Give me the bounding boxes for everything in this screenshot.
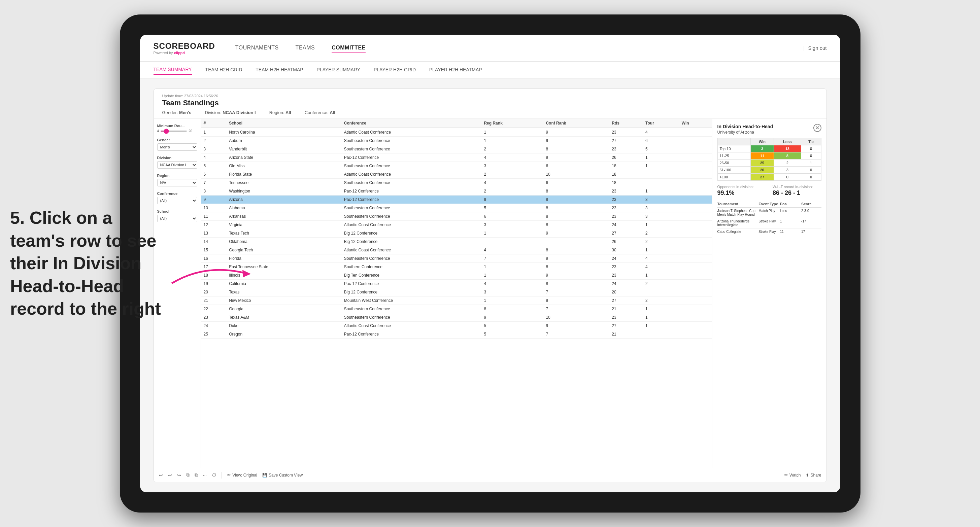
copy-button[interactable]: ⧉ xyxy=(186,472,189,478)
redo-button[interactable]: ↪ xyxy=(177,473,181,478)
cell-reg-rank: 6 xyxy=(481,212,543,221)
h2h-close-button[interactable]: ✕ xyxy=(813,124,821,132)
gender-filter: Gender Men's Women's xyxy=(157,138,197,151)
watch-button[interactable]: 👁 Watch xyxy=(784,473,801,478)
table-row[interactable]: 25 Oregon Pac-12 Conference 5 7 21 xyxy=(201,330,712,338)
table-row[interactable]: 23 Texas A&M Southeastern Conference 9 1… xyxy=(201,313,712,322)
cell-conf-rank: 10 xyxy=(543,170,609,179)
gender-select[interactable]: Men's Women's xyxy=(157,143,197,151)
table-row[interactable]: 12 Virginia Atlantic Coast Conference 3 … xyxy=(201,221,712,229)
cell-rds: 23 xyxy=(609,187,643,195)
conference-select[interactable]: (All) xyxy=(157,197,197,204)
table-row[interactable]: 6 Florida State Atlantic Coast Conferenc… xyxy=(201,170,712,179)
cell-conf-rank: 9 xyxy=(543,254,609,263)
cell-conf-rank: 8 xyxy=(543,279,609,288)
undo-button[interactable]: ↩ xyxy=(159,473,163,478)
cell-win xyxy=(679,145,712,154)
cell-conference: Atlantic Coast Conference xyxy=(341,170,481,179)
table-row[interactable]: 10 Alabama Southeastern Conference 5 8 2… xyxy=(201,204,712,212)
h2h-table-body: Top 10 3 13 0 11-25 11 8 0 26-50 25 2 1 … xyxy=(718,145,821,181)
table-row[interactable]: 1 North Carolina Atlantic Coast Conferen… xyxy=(201,128,712,137)
table-row[interactable]: 11 Arkansas Southeastern Conference 6 8 … xyxy=(201,212,712,221)
table-row[interactable]: 15 Georgia Tech Atlantic Coast Conferenc… xyxy=(201,246,712,254)
cell-tour: 1 xyxy=(643,271,679,279)
sub-nav-team-summary[interactable]: TEAM SUMMARY xyxy=(154,65,192,75)
table-row[interactable]: 3 Vanderbilt Southeastern Conference 2 8… xyxy=(201,145,712,154)
undo2-button[interactable]: ↩ xyxy=(168,473,172,478)
cell-reg-rank: 2 xyxy=(481,170,543,179)
col-tour: Tour xyxy=(643,119,679,128)
table-row[interactable]: 22 Georgia Southeastern Conference 8 7 2… xyxy=(201,305,712,313)
cell-school: Texas A&M xyxy=(226,313,341,322)
table-row[interactable]: 24 Duke Atlantic Coast Conference 5 9 27… xyxy=(201,322,712,330)
cell-tour: 1 xyxy=(643,187,679,195)
cell-rds: 23 xyxy=(609,263,643,271)
table-row[interactable]: 13 Texas Tech Big 12 Conference 1 9 27 2 xyxy=(201,229,712,238)
share-button[interactable]: ⬆ Share xyxy=(806,473,821,478)
cell-rds: 24 xyxy=(609,221,643,229)
min-rounds-filter: Minimum Rou... 4 20 xyxy=(157,124,197,133)
cell-conference: Southern Conference xyxy=(341,263,481,271)
table-row[interactable]: 2 Auburn Southeastern Conference 1 9 27 … xyxy=(201,137,712,145)
cell-win xyxy=(679,187,712,195)
table-row[interactable]: 18 Illinois Big Ten Conference 1 9 23 1 xyxy=(201,271,712,279)
cell-school: Alabama xyxy=(226,204,341,212)
view-original-button[interactable]: 👁 View: Original xyxy=(227,473,257,478)
cell-num: 11 xyxy=(201,212,227,221)
region-select[interactable]: N/A xyxy=(157,179,197,186)
table-row[interactable]: 17 East Tennessee State Southern Confere… xyxy=(201,263,712,271)
table-row[interactable]: 19 California Pac-12 Conference 4 8 24 2 xyxy=(201,279,712,288)
tourney-type: Stroke Play xyxy=(759,219,778,227)
table-row[interactable]: 5 Ole Miss Southeastern Conference 3 6 1… xyxy=(201,162,712,170)
sub-nav-player-h2h-grid[interactable]: PLAYER H2H GRID xyxy=(374,65,416,74)
nav-committee[interactable]: COMMITTEE xyxy=(332,43,366,53)
h2h-row: 11-25 11 8 0 xyxy=(718,152,821,160)
cell-win xyxy=(679,271,712,279)
cell-win xyxy=(679,195,712,204)
sub-nav-player-h2h-heatmap[interactable]: PLAYER H2H HEATMAP xyxy=(429,65,482,74)
h2h-tie: 1 xyxy=(801,160,821,167)
cell-tour: 4 xyxy=(643,254,679,263)
table-header: # School Conference Reg Rank Conf Rank R… xyxy=(201,119,712,128)
sub-nav-team-h2h-grid[interactable]: TEAM H2H GRID xyxy=(205,65,242,74)
h2h-tie: 0 xyxy=(801,167,821,174)
table-row[interactable]: 20 Texas Big 12 Conference 3 7 20 xyxy=(201,288,712,297)
h2h-win: 27 xyxy=(751,174,774,181)
cell-reg-rank: 1 xyxy=(481,297,543,305)
filter-row: Gender: Men's Division: NCAA Division I … xyxy=(162,110,818,115)
tournament-row: Cabo Collegiate Stroke Play 11 17 xyxy=(718,229,821,235)
table-row[interactable]: 16 Florida Southeastern Conference 7 9 2… xyxy=(201,254,712,263)
sign-out-button[interactable]: Sign out xyxy=(808,45,826,51)
cell-rds: 23 xyxy=(609,204,643,212)
h2h-col-loss: Loss xyxy=(774,138,801,145)
paste-button[interactable]: ⧉ xyxy=(194,472,198,478)
cell-reg-rank: 9 xyxy=(481,313,543,322)
tourney-type: Stroke Play xyxy=(759,230,778,233)
table-row[interactable]: 9 Arizona Pac-12 Conference 9 8 23 3 xyxy=(201,195,712,204)
sub-nav-player-summary[interactable]: PLAYER SUMMARY xyxy=(317,65,360,74)
table-row[interactable]: 4 Arizona State Pac-12 Conference 4 9 26… xyxy=(201,154,712,162)
table-row[interactable]: 21 New Mexico Mountain West Conference 1… xyxy=(201,297,712,305)
more-button[interactable]: ··· xyxy=(203,473,207,478)
nav-teams[interactable]: TEAMS xyxy=(296,43,315,53)
cell-school: Washington xyxy=(226,187,341,195)
cell-tour: 1 xyxy=(643,221,679,229)
table-row[interactable]: 7 Tennessee Southeastern Conference 4 6 … xyxy=(201,179,712,187)
nav-tournaments[interactable]: TOURNAMENTS xyxy=(235,43,279,53)
cell-conference: Big 12 Conference xyxy=(341,229,481,238)
tourney-col-pos: Pos xyxy=(780,202,800,206)
table-row[interactable]: 14 Oklahoma Big 12 Conference 26 2 xyxy=(201,238,712,246)
min-rounds-slider[interactable] xyxy=(160,130,187,132)
tourney-score: 2-3-0 xyxy=(801,209,821,216)
save-custom-button[interactable]: 💾 Save Custom View xyxy=(262,473,303,478)
cell-reg-rank: 3 xyxy=(481,221,543,229)
cell-conf-rank: 6 xyxy=(543,179,609,187)
logo-area: SCOREBOARD Powered by clippd xyxy=(154,41,215,55)
table-row[interactable]: 8 Washington Pac-12 Conference 2 8 23 1 xyxy=(201,187,712,195)
h2h-loss: 3 xyxy=(774,167,801,174)
tourney-col-name: Tournament xyxy=(718,202,757,206)
division-select[interactable]: NCAA Division I NCAA Division II xyxy=(157,161,197,168)
sub-nav-team-h2h-heatmap[interactable]: TEAM H2H HEATMAP xyxy=(256,65,303,74)
cell-conf-rank: 9 xyxy=(543,297,609,305)
cell-reg-rank: 1 xyxy=(481,271,543,279)
